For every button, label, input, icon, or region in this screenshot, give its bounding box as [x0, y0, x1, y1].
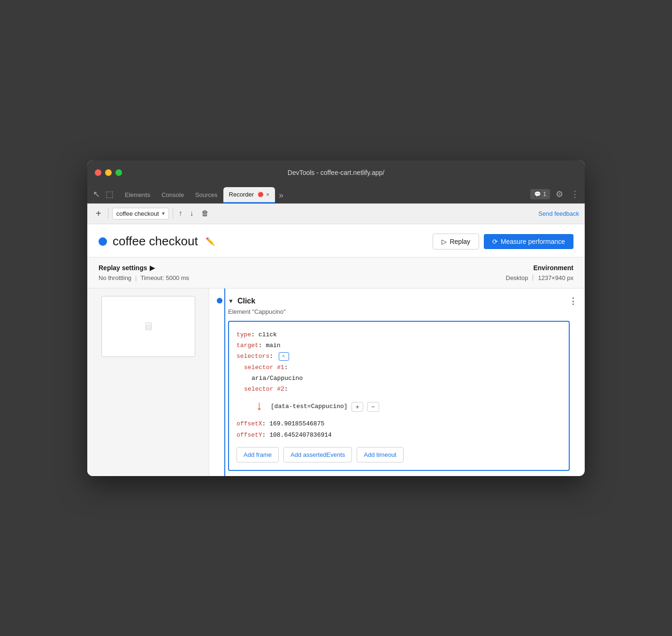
add-asserted-events-button[interactable]: Add assertedEvents [283, 447, 352, 462]
step-element-label: Element "Cappucino" [228, 308, 577, 315]
recording-name-label: coffee checkout [116, 210, 159, 217]
measure-icon: ⟳ [492, 238, 498, 245]
chevron-down-icon: ▾ [162, 210, 165, 217]
tabbar: ↖ ⬚ Elements Console Sources Recorder 🔴 … [87, 185, 585, 204]
timeline-line [224, 288, 225, 476]
recorder-toolbar: + coffee checkout ▾ ↑ ↓ 🗑 Send feedback [87, 204, 585, 224]
selector-cursor-icon: ↖ [279, 352, 289, 361]
type-key: type [237, 331, 251, 338]
recording-header: coffee checkout ✏️ ▷ Replay ⟳ Measure pe… [87, 224, 585, 257]
device-icon[interactable]: ⬚ [104, 188, 115, 200]
env-divider [533, 274, 533, 281]
settings-left: Replay settings ▶ No throttling | Timeou… [99, 264, 189, 281]
offsety-key: offsetY [237, 432, 262, 439]
step-screenshot: 🖥 [101, 296, 195, 357]
selector1-key: selector #1 [244, 364, 284, 371]
step-type-label: Click [237, 297, 255, 305]
replay-settings-label: Replay settings [99, 264, 147, 272]
tab-sources-label: Sources [195, 191, 218, 198]
play-icon: ▷ [442, 238, 447, 245]
replay-label: Replay [450, 238, 470, 245]
selector2-row: ↓ [data-test=Cappucino] + − [252, 395, 561, 418]
recording-status-dot [99, 237, 107, 246]
measure-performance-button[interactable]: ⟳ Measure performance [484, 234, 573, 249]
step-item: ▼ Click ⋮ Element "Cappucino" type: clic… [209, 288, 585, 471]
target-key: target [237, 342, 259, 349]
offsety-val: 108.6452407836914 [269, 432, 332, 439]
collapse-icon[interactable]: ▼ [228, 298, 234, 304]
resolution-label: 1237×940 px [538, 274, 573, 281]
window-title: DevTools - coffee-cart.netlify.app/ [288, 169, 384, 176]
offsetx-key: offsetX [237, 420, 262, 427]
selector2-key: selector #2 [244, 386, 284, 393]
devtools-window: DevTools - coffee-cart.netlify.app/ ↖ ⬚ … [87, 160, 585, 476]
minimize-button[interactable] [105, 169, 112, 176]
replay-settings-toggle[interactable]: Replay settings ▶ [99, 264, 189, 272]
device-label: Desktop [506, 274, 528, 281]
delete-recording-button[interactable]: 🗑 [199, 207, 211, 220]
import-icon: ↓ [190, 209, 194, 217]
tab-console[interactable]: Console [156, 187, 190, 203]
red-arrow-icon: ↓ [255, 395, 263, 418]
selector-add-button[interactable]: + [351, 402, 364, 412]
throttling-label: No throttling [99, 274, 131, 281]
tab-sources[interactable]: Sources [190, 187, 223, 203]
toolbar-divider-2 [173, 208, 173, 219]
settings-expand-icon: ▶ [150, 264, 155, 272]
tab-recorder-label: Recorder [229, 191, 254, 198]
tab-recorder[interactable]: Recorder 🔴 × [223, 187, 275, 203]
chat-badge-button[interactable]: 💬 1 [530, 189, 550, 199]
recording-selector[interactable]: coffee checkout ▾ [112, 208, 169, 220]
tabbar-right-actions: 💬 1 ⚙ ⋮ [530, 188, 581, 203]
replay-settings-bar: Replay settings ▶ No throttling | Timeou… [87, 257, 585, 288]
settings-right: Environment Desktop 1237×940 px [506, 264, 573, 281]
offsetx-val: 169.90185546875 [269, 420, 324, 427]
tab-recorder-close[interactable]: × [266, 191, 269, 198]
replay-button[interactable]: ▷ Replay [433, 234, 479, 250]
export-button[interactable]: ↑ [177, 207, 184, 220]
environment-title: Environment [506, 264, 573, 272]
step-menu-icon[interactable]: ⋮ [569, 296, 577, 306]
step-header: ▼ Click ⋮ [228, 296, 577, 306]
add-frame-button[interactable]: Add frame [237, 447, 279, 462]
add-recording-button[interactable]: + [93, 207, 104, 220]
edit-recording-name-icon[interactable]: ✏️ [204, 235, 217, 248]
more-tabs-button[interactable]: » [275, 190, 287, 203]
step-list: ▼ Click ⋮ Element "Cappucino" type: clic… [209, 288, 585, 476]
settings-icon[interactable]: ⚙ [554, 188, 565, 200]
add-timeout-button[interactable]: Add timeout [357, 447, 403, 462]
environment-details: Desktop 1237×940 px [506, 274, 573, 281]
close-button[interactable] [95, 169, 101, 176]
titlebar: DevTools - coffee-cart.netlify.app/ [87, 160, 585, 185]
send-feedback-link[interactable]: Send feedback [538, 210, 579, 217]
measure-label: Measure performance [501, 238, 565, 245]
recording-title: coffee checkout [113, 234, 198, 249]
tab-console-label: Console [161, 191, 184, 198]
chat-icon: 💬 [534, 191, 541, 197]
step-code-block: type: click target: main selectors: ↖ [228, 321, 570, 471]
selector1-val: aria/Cappucino [252, 375, 303, 382]
step-indicator [217, 298, 222, 303]
delete-icon: 🗑 [201, 209, 209, 217]
export-icon: ↑ [179, 209, 183, 217]
maximize-button[interactable] [115, 169, 122, 176]
selectors-key: selectors [237, 353, 269, 360]
selector-remove-button[interactable]: − [367, 402, 379, 412]
settings-sub-divider: | [135, 274, 137, 281]
step-content: ▼ Click ⋮ Element "Cappucino" type: clic… [228, 296, 577, 471]
timeout-label: Timeout: 5000 ms [140, 274, 189, 281]
devtools-more-icon[interactable]: ⋮ [569, 188, 581, 200]
action-buttons: Add frame Add assertedEvents Add timeout [237, 447, 561, 462]
target-val: main [266, 342, 280, 349]
devtools-nav-icons: ↖ ⬚ [91, 188, 115, 203]
settings-details: No throttling | Timeout: 5000 ms [99, 274, 189, 281]
screenshot-icon: 🖥 [143, 320, 154, 333]
tab-elements[interactable]: Elements [119, 187, 156, 203]
cursor-icon[interactable]: ↖ [91, 188, 102, 200]
chat-badge: 1 [543, 191, 546, 197]
traffic-lights [95, 169, 122, 176]
main-content: 🖥 ▼ Click ⋮ Element "Cappucino" [87, 288, 585, 476]
selector2-val: [data-test=Cappucino] [271, 401, 348, 412]
toolbar-divider-1 [108, 208, 108, 219]
import-button[interactable]: ↓ [188, 207, 196, 220]
